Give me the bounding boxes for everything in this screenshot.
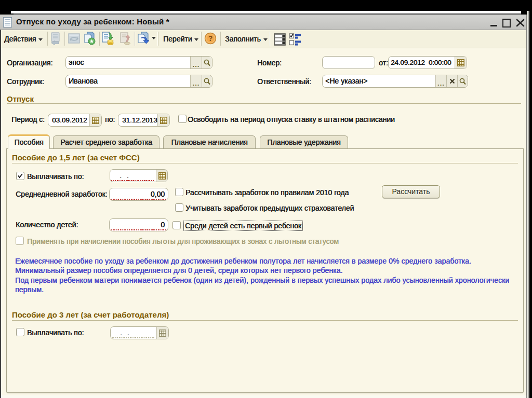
svg-text:?: ? — [208, 34, 213, 43]
